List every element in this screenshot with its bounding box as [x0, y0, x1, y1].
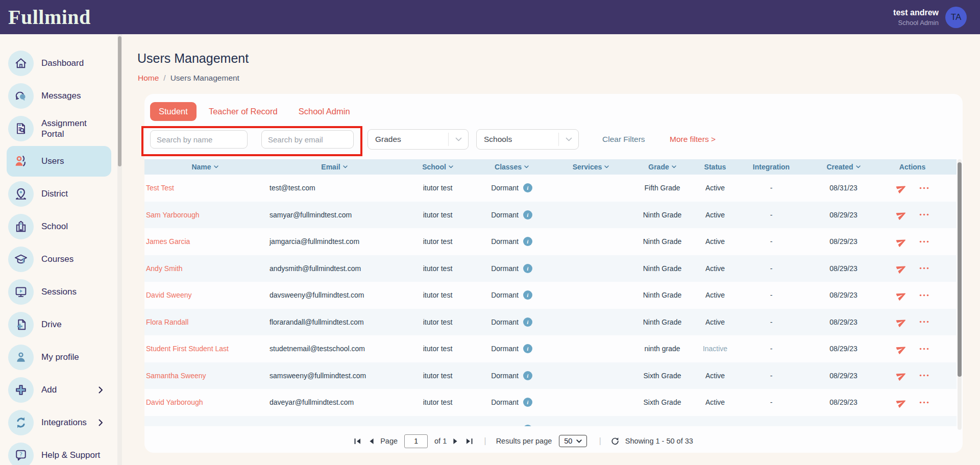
column-header-services[interactable]: Services [551, 163, 630, 171]
row-menu-button[interactable] [919, 213, 929, 216]
row-menu-button[interactable] [919, 294, 929, 297]
send-message-button[interactable] [896, 263, 907, 274]
send-message-button[interactable] [896, 370, 907, 381]
sidebar-item-label: Drive [41, 319, 104, 330]
cell-actions [880, 290, 957, 301]
user-menu[interactable]: test andrew School Admin TA [893, 7, 967, 28]
sidebar-item-courses[interactable]: Courses [0, 243, 117, 276]
refresh-icon[interactable] [611, 437, 619, 445]
schools-select[interactable]: Schools [476, 129, 579, 150]
column-header-classes[interactable]: Classes [472, 163, 551, 171]
row-menu-button[interactable] [919, 401, 929, 404]
info-icon[interactable]: i [523, 398, 532, 407]
send-message-button[interactable] [896, 236, 907, 247]
more-filters-link[interactable]: More filters > [670, 129, 716, 150]
tab-student[interactable]: Student [150, 102, 197, 121]
sidebar-item-drive[interactable]: Drive [0, 308, 117, 341]
send-message-button[interactable] [896, 397, 907, 408]
classes-value: Dormant [491, 291, 519, 299]
info-icon[interactable]: i [523, 237, 532, 246]
info-icon[interactable]: i [523, 264, 532, 273]
column-header-created[interactable]: Created [806, 163, 880, 171]
page-number-input[interactable] [404, 434, 428, 448]
cell-name[interactable]: Student First Student Last [144, 345, 265, 353]
sidebar-item-dashboard[interactable]: Dashboard [0, 47, 117, 80]
cell-name[interactable]: Sam Yarborough [144, 211, 265, 219]
sidebar-item-my-profile[interactable]: My profile [0, 341, 117, 374]
row-menu-button[interactable] [919, 374, 929, 377]
cell-name[interactable]: David Sweeny [144, 291, 265, 299]
send-message-button[interactable] [896, 183, 907, 193]
sidebar-item-users[interactable]: Users [0, 145, 117, 178]
row-menu-button[interactable] [919, 187, 929, 189]
results-per-page-value: 50 [564, 437, 572, 445]
table-scrollbar-thumb[interactable] [958, 162, 962, 377]
last-page-button[interactable] [464, 437, 474, 446]
chevron-right-icon [99, 419, 103, 426]
info-icon[interactable]: i [523, 371, 532, 380]
cell-grade: ninth grade [630, 345, 694, 353]
avatar[interactable]: TA [945, 7, 967, 28]
cell-name[interactable]: Andy Smith [144, 264, 265, 273]
sidebar-item-add[interactable]: Add [0, 374, 117, 406]
send-message-button[interactable] [896, 316, 907, 327]
info-icon[interactable]: i [523, 344, 532, 353]
sidebar-item-sessions[interactable]: Sessions [0, 276, 117, 308]
next-page-button[interactable] [452, 437, 459, 446]
sidebar-item-district[interactable]: District [0, 178, 117, 210]
column-header-school[interactable]: School [403, 163, 472, 171]
first-page-button[interactable] [353, 437, 362, 446]
sidebar-item-messages[interactable]: Messages [0, 80, 117, 112]
cell-status: Active [694, 184, 736, 192]
cell-name[interactable]: David Yarborough [144, 398, 265, 406]
table-scrollbar[interactable] [958, 159, 962, 430]
cell-created: 08/29/23 [806, 318, 880, 326]
search-by-email-input[interactable] [261, 130, 354, 149]
send-message-button[interactable] [896, 209, 907, 220]
sidebar-item-school[interactable]: School [0, 210, 117, 243]
column-header-name[interactable]: Name [144, 163, 265, 171]
info-icon[interactable]: i [523, 183, 532, 192]
info-icon[interactable]: i [523, 425, 532, 426]
column-header-grade[interactable]: Grade [630, 163, 694, 171]
cell-status: Active [694, 398, 736, 406]
breadcrumb-home-link[interactable]: Home [138, 74, 159, 83]
cell-classes: Dormanti [472, 290, 551, 300]
info-icon[interactable]: i [523, 210, 532, 219]
cell-name[interactable]: Flora Randall [144, 318, 265, 326]
cell-name[interactable]: Test Test [144, 184, 265, 192]
clear-filters-button[interactable]: Clear Filters [602, 129, 645, 150]
sidebar-scrollbar-thumb[interactable] [118, 36, 121, 166]
info-icon[interactable]: i [523, 317, 532, 327]
pagination-divider: | [484, 436, 486, 446]
sidebar-item-help-support[interactable]: ?Help & Support [0, 439, 117, 465]
sidebar-item-assignment-portal[interactable]: Assignment Portal [0, 112, 117, 145]
row-menu-button[interactable] [919, 240, 929, 243]
cell-status: Inactive [694, 345, 736, 353]
column-header-email[interactable]: Email [265, 163, 403, 171]
tab-teacher-of-record[interactable]: Teacher of Record [200, 102, 286, 121]
info-icon[interactable]: i [523, 290, 532, 300]
results-per-page-select[interactable]: 50 [559, 435, 587, 447]
schools-select-label: Schools [484, 135, 558, 144]
sidebar-scrollbar[interactable] [117, 34, 122, 465]
row-menu-button[interactable] [919, 321, 929, 323]
grades-select[interactable]: Grades [368, 129, 469, 150]
fullmind-logo[interactable]: Fullmind [8, 5, 91, 29]
send-message-button[interactable] [896, 290, 907, 301]
search-by-name-input[interactable] [150, 130, 248, 149]
send-message-button[interactable] [896, 344, 907, 354]
user-type-tabs: StudentTeacher of RecordSchool Admin [150, 102, 359, 121]
cell-name[interactable]: Samantha Sweeny [144, 372, 265, 380]
previous-page-button[interactable] [368, 437, 375, 446]
row-menu-button[interactable] [919, 348, 929, 350]
grades-select-label: Grades [375, 135, 448, 144]
sidebar-item-integrations[interactable]: Integrations [0, 406, 117, 439]
send-message-icon [894, 181, 909, 195]
send-message-button[interactable] [896, 424, 907, 426]
row-menu-button[interactable] [919, 267, 929, 270]
tab-school-admin[interactable]: School Admin [290, 102, 359, 121]
sessions-icon [8, 279, 34, 305]
more-actions-icon [919, 187, 929, 189]
cell-name[interactable]: James Garcia [144, 237, 265, 246]
